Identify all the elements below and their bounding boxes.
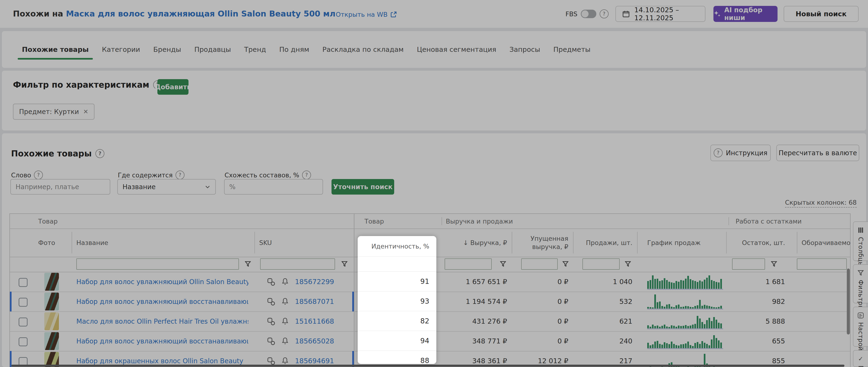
col-sales-chart[interactable]: График продаж bbox=[647, 228, 723, 257]
product-name-link[interactable]: Масло для волос Ollin Perfect Hair Tres … bbox=[76, 311, 248, 331]
stock-filter-funnel-icon[interactable] bbox=[771, 261, 777, 268]
refine-search-button[interactable]: Уточнить поиск bbox=[332, 179, 394, 194]
similar-help-icon[interactable]: ? bbox=[95, 149, 104, 158]
sales-sparkline-chart[interactable] bbox=[647, 334, 723, 349]
tab-sellers[interactable]: Продавцы bbox=[194, 36, 231, 63]
revenue-filter-input[interactable] bbox=[444, 258, 492, 270]
stock-filter-input[interactable] bbox=[732, 258, 765, 270]
product-photo[interactable] bbox=[44, 312, 59, 330]
side-tab-columns[interactable]: Столбцы bbox=[853, 221, 868, 261]
row-checkbox[interactable] bbox=[19, 317, 28, 327]
similarity-help-icon[interactable]: ? bbox=[302, 171, 311, 180]
product-name-link[interactable]: Набор для волос увлажняющий Ollin Salon … bbox=[76, 272, 248, 292]
group-revenue-sales: Выручка и продажи bbox=[446, 218, 513, 225]
col-photo[interactable]: Фото bbox=[38, 228, 69, 257]
filter-chip: Предмет: Куртки ✕ bbox=[13, 104, 94, 120]
sales-sparkline-chart[interactable] bbox=[647, 294, 723, 309]
product-title-link[interactable]: Маска для волос увлажняющая Ollin Salon … bbox=[66, 9, 336, 19]
revenue-filter-funnel-icon[interactable] bbox=[499, 261, 506, 268]
add-filter-button[interactable]: Добавить bbox=[157, 79, 188, 95]
where-help-icon[interactable]: ? bbox=[176, 171, 185, 180]
hidden-columns-link[interactable]: Скрытых колонок: 68 bbox=[785, 199, 857, 208]
sales-filter-input[interactable] bbox=[583, 258, 620, 270]
col-identity[interactable]: Идентичность, % bbox=[358, 236, 429, 256]
ai-niche-button[interactable]: AI подбор ниши bbox=[713, 6, 777, 22]
where-select[interactable]: Название bbox=[117, 179, 216, 194]
lost-revenue-cell: 0 ₽ bbox=[505, 311, 568, 331]
product-name-link[interactable]: Набор для волос увлажняющий восстанавлив… bbox=[76, 331, 248, 351]
sku-link[interactable]: 185665028 bbox=[295, 331, 334, 351]
lost-revenue-cell: 0 ₽ bbox=[505, 292, 568, 311]
col-name[interactable]: Название bbox=[76, 228, 218, 257]
word-help-icon[interactable]: ? bbox=[34, 171, 43, 180]
name-filter-funnel-icon[interactable] bbox=[244, 261, 251, 268]
similar-items-icon[interactable] bbox=[267, 337, 276, 346]
vertical-scrollbar-thumb[interactable] bbox=[847, 269, 850, 335]
bell-icon[interactable] bbox=[281, 297, 289, 306]
col-lost-revenue[interactable]: Упущенная выручка, ₽ bbox=[514, 228, 568, 257]
identity-cell: 94 bbox=[420, 331, 429, 350]
product-photo[interactable] bbox=[44, 273, 59, 291]
tab-subjects[interactable]: Предметы bbox=[554, 36, 591, 63]
sales-sparkline-chart[interactable] bbox=[647, 314, 723, 329]
similar-items-icon[interactable] bbox=[267, 357, 276, 366]
bell-icon[interactable] bbox=[281, 337, 289, 345]
date-range-picker[interactable]: 14.10.2025 – 12.11.2025 bbox=[615, 6, 706, 22]
name-filter-input[interactable] bbox=[76, 258, 239, 270]
sales-filter-funnel-icon[interactable] bbox=[624, 261, 631, 268]
tab-trend[interactable]: Тренд bbox=[244, 36, 266, 63]
horizontal-scrollbar-thumb[interactable] bbox=[11, 365, 844, 367]
open-on-wb-link[interactable]: Открыть на WB bbox=[336, 11, 397, 18]
col-turnover[interactable]: Оборачиваемость bbox=[802, 228, 850, 257]
word-input[interactable] bbox=[10, 179, 110, 194]
sku-link[interactable]: 151611668 bbox=[295, 311, 334, 331]
top-bar: Похожи на Маска для волос увлажняющая Ol… bbox=[0, 0, 868, 28]
bell-icon[interactable] bbox=[281, 277, 289, 286]
title-prefix: Похожи на bbox=[13, 9, 63, 19]
tab-brands[interactable]: Бренды bbox=[153, 36, 181, 63]
similar-items-icon[interactable] bbox=[267, 317, 276, 326]
side-tab-partial[interactable]: ✓ П bbox=[853, 350, 868, 367]
filter-title: Фильтр по характеристикам ? bbox=[13, 80, 162, 90]
sku-filter-input[interactable] bbox=[260, 258, 335, 270]
row-checkbox[interactable] bbox=[19, 278, 28, 287]
recalculate-currency-button[interactable]: Пересчитать в валюте bbox=[776, 145, 859, 161]
tab-queries[interactable]: Запросы bbox=[509, 36, 540, 63]
instruction-help-icon: ? bbox=[714, 148, 723, 157]
product-photo[interactable] bbox=[44, 332, 59, 350]
col-sales[interactable]: Продажи, шт. bbox=[576, 228, 632, 257]
fbs-help-icon[interactable]: ? bbox=[600, 9, 609, 19]
new-search-button[interactable]: Новый поиск bbox=[784, 6, 859, 22]
similar-items-icon[interactable] bbox=[267, 297, 276, 306]
col-stock[interactable]: Остаток, шт. bbox=[728, 228, 785, 257]
col-revenue[interactable]: ↓ Выручка, ₽ bbox=[437, 228, 507, 257]
sales-sparkline-chart[interactable] bbox=[647, 274, 723, 290]
product-name-link[interactable]: Набор для волос увлажняющий восстанавлив… bbox=[76, 292, 248, 311]
lost-revenue-filter-funnel-icon[interactable] bbox=[562, 261, 569, 268]
sku-filter-funnel-icon[interactable] bbox=[341, 261, 348, 268]
side-tab-settings[interactable]: Настройки bbox=[853, 307, 868, 347]
fbs-toggle[interactable] bbox=[581, 10, 596, 18]
lost-revenue-filter-input[interactable] bbox=[521, 258, 558, 270]
row-checkbox[interactable] bbox=[19, 337, 28, 346]
chip-remove-icon[interactable]: ✕ bbox=[83, 108, 88, 115]
product-photo[interactable] bbox=[44, 293, 59, 310]
check-icon: ✓ bbox=[858, 355, 863, 362]
tab-similar-products[interactable]: Похожие товары bbox=[22, 36, 89, 63]
sku-link[interactable]: 185672299 bbox=[295, 272, 334, 292]
side-tab-filters[interactable]: Фильтры bbox=[853, 264, 868, 303]
sku-link[interactable]: 185687071 bbox=[295, 292, 334, 311]
tab-price-segmentation[interactable]: Ценовая сегментация bbox=[417, 36, 496, 63]
identity-cell: 82 bbox=[420, 311, 429, 331]
tab-by-days[interactable]: По дням bbox=[279, 36, 309, 63]
tab-categories[interactable]: Категории bbox=[102, 36, 140, 63]
similarity-input[interactable] bbox=[224, 179, 323, 194]
tab-warehouses[interactable]: Раскладка по складам bbox=[322, 36, 404, 63]
bell-icon[interactable] bbox=[281, 317, 289, 326]
turnover-filter-input[interactable] bbox=[797, 258, 847, 270]
bell-icon[interactable] bbox=[281, 357, 289, 365]
instruction-button[interactable]: ? Инструкция bbox=[710, 145, 771, 161]
similar-items-icon[interactable] bbox=[267, 277, 276, 286]
row-checkbox[interactable] bbox=[19, 298, 28, 307]
col-sku[interactable]: SKU bbox=[259, 228, 306, 257]
